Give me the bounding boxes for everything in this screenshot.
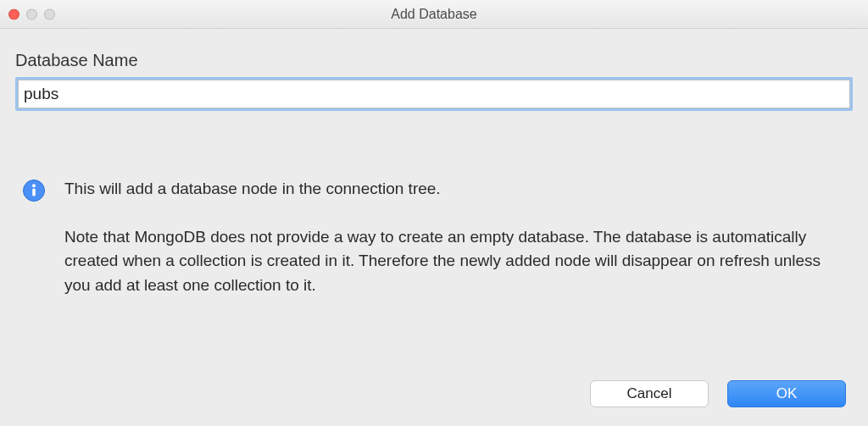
titlebar: Add Database [0,0,868,29]
database-name-label: Database Name [15,51,853,70]
ok-button[interactable]: OK [727,380,846,407]
info-section: This will add a database node in the con… [15,177,853,297]
svg-point-3 [32,184,36,187]
info-text: This will add a database node in the con… [64,177,844,297]
svg-rect-4 [32,189,36,196]
dialog-content: Database Name This will add a database n… [0,29,868,297]
info-line-1: This will add a database node in the con… [64,177,844,202]
info-line-2: Note that MongoDB does not provide a way… [64,225,844,298]
database-name-input-wrap [15,77,853,111]
minimize-window-button[interactable] [26,8,37,19]
maximize-window-button[interactable] [44,8,55,19]
info-icon [22,179,46,202]
window-controls [8,8,55,19]
close-window-button[interactable] [8,8,19,19]
database-name-input[interactable] [18,80,850,108]
cancel-button[interactable]: Cancel [590,380,709,407]
dialog-buttons: Cancel OK [590,380,846,407]
window-title: Add Database [391,7,476,22]
